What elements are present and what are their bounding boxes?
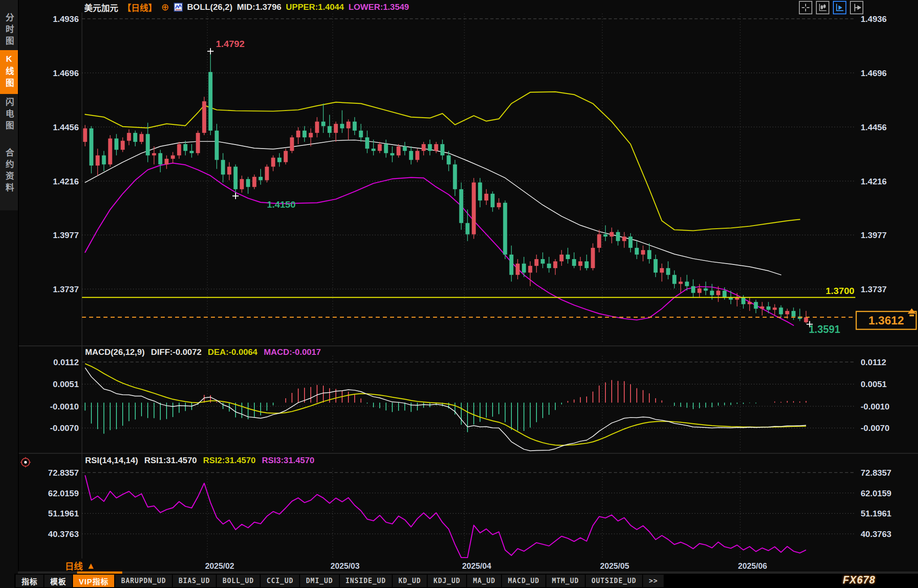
candles-layer: [83, 51, 808, 324]
toolbar-item--[interactable]: 模板: [44, 575, 72, 587]
rsi-title: RSI(14,14,14): [85, 456, 138, 465]
svg-text:-0.0010: -0.0010: [861, 402, 889, 411]
svg-text:0.0112: 0.0112: [861, 358, 886, 367]
svg-text:1.4216: 1.4216: [861, 177, 887, 186]
rsi-layer: [85, 475, 806, 558]
toolbar-item-BOLL_UD[interactable]: BOLL_UD: [217, 575, 260, 587]
symbol-name: 美元加元: [84, 1, 118, 13]
svg-text:62.0159: 62.0159: [861, 489, 892, 498]
svg-text:1.4936: 1.4936: [861, 14, 887, 24]
support-line-label: 1.3700: [826, 285, 854, 296]
sidebar-item-2[interactable]: 闪电图: [0, 96, 18, 134]
rsi2-value: RSI2:31.4570: [203, 456, 256, 465]
toolbar-item-CCI_UD[interactable]: CCI_UD: [261, 575, 299, 587]
svg-text:0.0051: 0.0051: [861, 379, 887, 389]
alert-add-icon[interactable]: ⊕: [161, 2, 169, 13]
rsi3-value: RSI3:31.4570: [262, 456, 314, 465]
sidebar-item-1[interactable]: K线图: [0, 50, 18, 94]
sidebar-filler: [0, 210, 18, 574]
date-label: 2025/05: [600, 562, 629, 571]
period-tag[interactable]: 【日线】: [123, 1, 157, 13]
svg-text:1.4936: 1.4936: [53, 14, 79, 24]
toolbar-item->>[interactable]: >>: [643, 575, 664, 587]
boll-upper-value: UPPER:1.4044: [286, 2, 344, 12]
date-label: 2025/03: [330, 562, 360, 571]
macd-diff-value: DIFF:-0.0072: [151, 347, 202, 357]
boll-lower-value: LOWER:1.3549: [348, 2, 409, 12]
trading-app-window: 1.49361.49361.46961.46961.44561.44561.42…: [0, 0, 918, 588]
boll-label: BOLL(26,2): [187, 2, 232, 12]
toolbar-item-KDJ_UD[interactable]: KDJ_UD: [428, 575, 466, 587]
last-low-label: 1.3591: [809, 324, 841, 335]
toolbar-item-BARUPDN_UD[interactable]: BARUPDN_UD: [115, 575, 172, 587]
toolbar-item-KD_UD[interactable]: KD_UD: [393, 575, 427, 587]
bottom-toolbar: 指标模板VIP指标BARUPDN_UDBIAS_UDBOLL_UDCCI_UDD…: [0, 574, 918, 588]
svg-text:-0.0070: -0.0070: [50, 423, 79, 433]
date-label: 2025/02: [205, 562, 234, 571]
axis-arrow-icon[interactable]: [850, 1, 863, 14]
toolbar-item-VIP-[interactable]: VIP指标: [73, 575, 114, 587]
chart-toolbar-icons: [799, 1, 863, 14]
svg-text:0.0051: 0.0051: [53, 379, 79, 389]
sidebar: 分时图K线图闪电图合约资料: [0, 0, 19, 574]
brand-logo: FX678: [843, 574, 875, 586]
svg-text:1.3737: 1.3737: [53, 285, 79, 294]
chart-header: 美元加元 【日线】 ⊕ BOLL(26,2) MID:1.3796 UPPER:…: [84, 1, 409, 13]
sidebar-item-3[interactable]: 合约资料: [0, 136, 18, 207]
period-selector-label: 日线: [65, 559, 83, 572]
date-label: 2025/06: [738, 562, 767, 571]
price-lines: [82, 298, 855, 317]
sidebar-item-0[interactable]: 分时图: [0, 12, 18, 49]
high-price-label: 1.4792: [216, 38, 245, 49]
chart-canvas[interactable]: 1.49361.49361.46961.46961.44561.44561.42…: [0, 0, 918, 588]
toolbar-item-MA_UD[interactable]: MA_UD: [467, 575, 501, 587]
panel-chrome: [18, 13, 918, 558]
rsi1-value: RSI1:31.4570: [144, 456, 197, 465]
current-price-value: 1.3612: [868, 314, 904, 327]
svg-text:51.1961: 51.1961: [48, 509, 79, 518]
svg-text:1.3977: 1.3977: [53, 230, 79, 240]
svg-text:62.0159: 62.0159: [48, 489, 79, 498]
svg-text:-0.0070: -0.0070: [861, 423, 889, 433]
axis-play-icon[interactable]: [833, 1, 846, 14]
period-selector[interactable]: 日线 ▲: [65, 559, 95, 572]
toolbar-item-DMI_UD[interactable]: DMI_UD: [300, 575, 339, 587]
macd-layer: [85, 364, 806, 451]
date-label: 2025/04: [462, 562, 491, 571]
indicator-settings-icon[interactable]: [20, 456, 31, 468]
svg-text:51.1961: 51.1961: [861, 509, 892, 518]
svg-text:1.4456: 1.4456: [861, 123, 887, 132]
svg-text:40.3763: 40.3763: [48, 529, 79, 539]
svg-text:1.3977: 1.3977: [861, 230, 887, 240]
svg-text:40.3763: 40.3763: [861, 529, 892, 539]
triangle-up-icon: ▲: [86, 561, 95, 571]
svg-text:0.0112: 0.0112: [53, 358, 79, 367]
svg-text:1.4696: 1.4696: [53, 68, 79, 78]
boll-mid-value: MID:1.3796: [237, 2, 281, 12]
macd-dea-value: DEA:-0.0064: [208, 347, 257, 357]
rsi-pane-header: RSI(14,14,14) RSI1:31.4570 RSI2:31.4570 …: [85, 456, 314, 465]
svg-text:1.4456: 1.4456: [53, 123, 79, 132]
toolbar-item-BIAS_UD[interactable]: BIAS_UD: [173, 575, 216, 587]
low-price-label: 1.4150: [267, 199, 296, 209]
axis-candle-icon[interactable]: [816, 1, 829, 14]
svg-text:72.8357: 72.8357: [48, 468, 79, 477]
toolbar-corner: [0, 574, 14, 588]
svg-text:1.3737: 1.3737: [861, 285, 887, 294]
toolbar-item-INSIDE_UD[interactable]: INSIDE_UD: [340, 575, 392, 587]
toolbar-item-OUTSIDE_UD[interactable]: OUTSIDE_UD: [586, 575, 642, 587]
annotations: 1.47921.41501.35911.37001.3612: [207, 38, 916, 335]
crosshair-icon[interactable]: [799, 1, 812, 14]
toolbar-item-MTM_UD[interactable]: MTM_UD: [546, 575, 585, 587]
svg-text:1.4696: 1.4696: [861, 68, 887, 78]
toolbar-item-MACD_UD[interactable]: MACD_UD: [502, 575, 545, 587]
svg-text:72.8357: 72.8357: [861, 468, 892, 477]
macd-macd-value: MACD:-0.0017: [264, 347, 321, 357]
svg-text:-0.0010: -0.0010: [50, 402, 79, 411]
toolbar-item--[interactable]: 指标: [16, 575, 43, 587]
svg-text:1.4216: 1.4216: [53, 177, 79, 186]
macd-title: MACD(26,12,9): [85, 347, 145, 357]
mini-chart-icon[interactable]: [174, 3, 183, 12]
macd-pane-header: MACD(26,12,9) DIFF:-0.0072 DEA:-0.0064 M…: [85, 347, 321, 357]
